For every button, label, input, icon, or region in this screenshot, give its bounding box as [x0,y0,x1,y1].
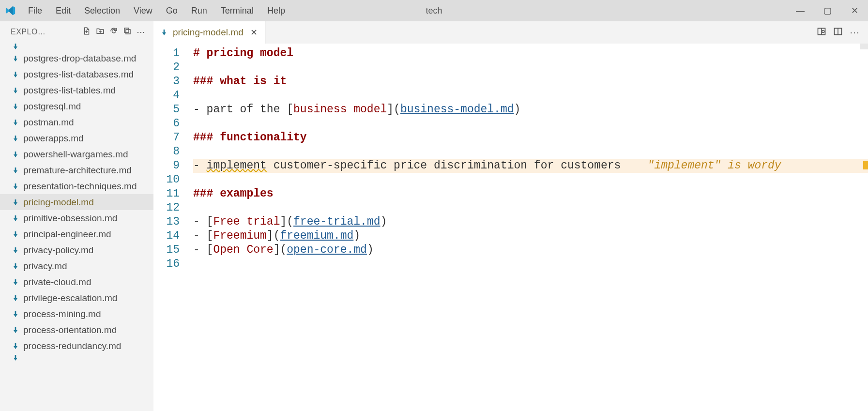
markdown-file-icon [12,310,19,318]
code-line[interactable]: - [Free trial](free-trial.md) [193,215,868,229]
code-line[interactable] [193,117,868,131]
lint-squiggle: implement [207,159,267,172]
explorer-sidebar: EXPLO… ⋯ postgres-drop-database.mdpostgr… [0,21,153,411]
code-line[interactable]: ### examples [193,187,868,201]
file-row[interactable]: postgresql.md [0,98,153,114]
file-row[interactable]: postgres-list-databases.md [0,66,153,82]
file-row[interactable]: premature-architecture.md [0,162,153,178]
code-line[interactable]: ### functionality [193,131,868,145]
file-row[interactable]: process-redundancy.md [0,338,153,354]
maximize-icon[interactable]: ▢ [814,0,841,21]
file-row[interactable]: presentation-techniques.md [0,178,153,194]
markdown-file-icon [160,29,168,36]
markdown-file-icon [12,230,19,238]
refresh-icon[interactable] [107,27,121,38]
file-row[interactable]: principal-engineer.md [0,226,153,242]
body: EXPLO… ⋯ postgres-drop-database.mdpostgr… [0,21,868,411]
code-line-highlighted[interactable]: - implement customer-specific price disc… [193,159,868,173]
menu-go[interactable]: Go [159,6,184,16]
line-number: 4 [153,89,180,103]
file-name: process-redundancy.md [23,341,121,351]
file-row[interactable]: privilege-escalation.md [0,290,153,306]
markdown-file-icon [12,103,19,110]
file-row[interactable]: postgres-list-tables.md [0,82,153,98]
new-file-icon[interactable] [80,27,93,38]
line-number: 3 [153,75,180,89]
tab-close-icon[interactable]: ✕ [248,27,259,38]
warning-marker-icon[interactable] [863,161,868,169]
svg-rect-0 [124,28,129,32]
code-line[interactable]: - [Open Core](open-core.md) [193,243,868,257]
open-preview-icon[interactable] [817,27,826,39]
menu-bar: File Edit Selection View Go Run Terminal… [21,6,292,16]
code-line[interactable]: # pricing model [193,46,868,61]
file-name: powershell-wargames.md [23,149,128,160]
code-line[interactable]: - [Freemium](freemium.md) [193,229,868,243]
explorer-files[interactable]: postgres-drop-database.mdpostgres-list-d… [0,43,153,411]
editor[interactable]: 12345678910111213141516 # pricing model … [153,44,868,411]
markdown-file-icon [12,214,19,222]
line-number: 8 [153,145,180,159]
minimize-icon[interactable]: ― [787,0,814,21]
code-line[interactable]: ### what is it [193,75,868,89]
markdown-file-icon [12,278,19,286]
tab-pricing-model[interactable]: pricing-model.md ✕ [153,21,266,44]
menu-run[interactable]: Run [184,6,214,16]
line-number: 7 [153,131,180,145]
file-name: presentation-techniques.md [23,181,137,192]
file-name: powerapps.md [23,133,84,144]
menu-selection[interactable]: Selection [77,6,127,16]
code[interactable]: # pricing model ### what is it - part of… [193,44,868,411]
menu-view[interactable]: View [127,6,159,16]
file-name: privacy.md [23,261,67,272]
more-actions-icon[interactable]: ⋯ [850,27,859,38]
markdown-file-icon [12,262,19,270]
file-row[interactable]: privacy.md [0,258,153,274]
code-line[interactable]: - part of the [business model](business-… [193,103,868,117]
file-row[interactable] [0,43,153,50]
markdown-file-icon [12,326,19,334]
menu-edit[interactable]: Edit [49,6,77,16]
line-number: 10 [153,173,180,187]
overview-ruler[interactable] [860,44,868,49]
markdown-file-icon [12,294,19,302]
file-row[interactable]: primitive-obsession.md [0,210,153,226]
code-line[interactable] [193,61,868,75]
file-row[interactable]: postgres-drop-database.md [0,50,153,66]
file-row[interactable]: postman.md [0,114,153,130]
markdown-file-icon [12,342,19,350]
code-line[interactable] [193,257,868,271]
file-row[interactable]: powershell-wargames.md [0,146,153,162]
menu-file[interactable]: File [21,6,49,16]
file-name: process-mining.md [23,309,101,320]
code-line[interactable] [193,201,868,215]
code-line[interactable] [193,173,868,187]
gutter: 12345678910111213141516 [153,44,193,411]
split-editor-icon[interactable] [833,27,843,39]
code-line[interactable] [193,89,868,103]
new-folder-icon[interactable] [93,27,107,38]
file-row[interactable]: process-mining.md [0,306,153,322]
more-icon[interactable]: ⋯ [134,27,148,37]
close-icon[interactable]: ✕ [841,0,868,21]
line-number: 13 [153,215,180,229]
code-line[interactable] [193,145,868,159]
file-row[interactable]: process-orientation.md [0,322,153,338]
line-number: 6 [153,117,180,131]
file-row[interactable]: powerapps.md [0,130,153,146]
file-row[interactable]: privacy-policy.md [0,242,153,258]
svg-rect-1 [126,30,130,34]
collapse-all-icon[interactable] [121,27,134,38]
markdown-file-icon [12,43,19,50]
line-number: 1 [153,46,180,61]
editor-area: pricing-model.md ✕ ⋯ 1234567891011121314… [153,21,868,411]
menu-terminal[interactable]: Terminal [214,6,260,16]
menu-help[interactable]: Help [260,6,292,16]
file-name: premature-architecture.md [23,165,132,176]
file-name: privilege-escalation.md [23,293,117,304]
file-row[interactable] [0,354,153,365]
file-row[interactable]: private-cloud.md [0,274,153,290]
file-row[interactable]: pricing-model.md [0,194,153,210]
titlebar: File Edit Selection View Go Run Terminal… [0,0,868,21]
line-number: 14 [153,229,180,243]
